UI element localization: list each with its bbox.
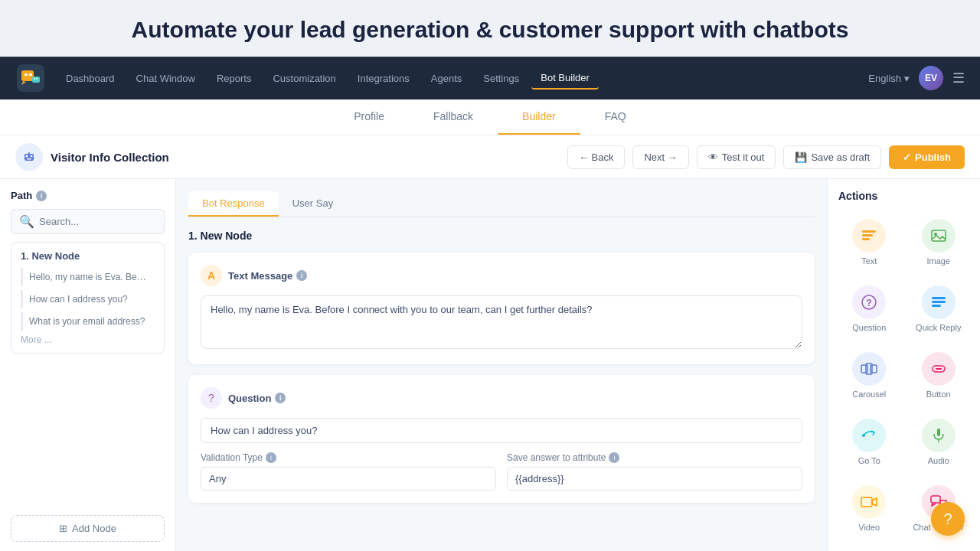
node-message-2: What is your email address? [21, 312, 155, 331]
nav-item-botbuilder[interactable]: Bot Builder [531, 67, 599, 90]
nav-item-customization[interactable]: Customization [263, 68, 345, 89]
image-action-icon [922, 219, 956, 253]
svg-rect-14 [862, 234, 873, 236]
avatar[interactable]: EV [919, 66, 943, 90]
action-quickreply[interactable]: Quick Reply [908, 279, 970, 338]
path-header: Path i [11, 190, 165, 201]
inner-tab-usersay[interactable]: User Say [279, 191, 347, 217]
nav-item-integrations[interactable]: Integrations [348, 68, 419, 89]
question-action-label: Question [852, 323, 886, 332]
action-carousel[interactable]: Carousel [838, 346, 900, 405]
svg-rect-25 [871, 365, 877, 373]
audio-action-icon [922, 419, 956, 452]
action-audio[interactable]: Audio [908, 412, 970, 471]
audio-action-label: Audio [928, 456, 949, 465]
eye-icon: 👁 [708, 152, 718, 163]
save-answer-col: Save answer to attribute i [507, 452, 802, 491]
left-panel: Path i 🔍 1. New Node Hello, my name is E… [0, 179, 176, 551]
text-message-header: A Text Message i [201, 265, 802, 286]
question-input[interactable] [201, 418, 802, 443]
language-label: English [868, 73, 901, 84]
nav-item-settings[interactable]: Settings [474, 68, 528, 89]
node-card[interactable]: 1. New Node Hello, my name is Eva. Befor… [11, 242, 165, 354]
text-message-info-icon: i [296, 270, 307, 281]
check-icon: ✓ [903, 152, 911, 163]
svg-rect-21 [932, 301, 946, 303]
question-card: ? Question i Validation Type i Any [188, 375, 815, 503]
node-message-1: How can I address you? [21, 290, 155, 308]
add-node-button[interactable]: ⊞ Add Node [11, 515, 165, 542]
svg-rect-13 [862, 230, 876, 233]
save-answer-input[interactable] [507, 467, 802, 491]
video-action-icon [852, 485, 886, 519]
chevron-down-icon: ▾ [904, 73, 910, 84]
goto-action-label: Go To [858, 456, 880, 465]
tab-profile[interactable]: Profile [329, 99, 409, 135]
validation-label: Validation Type i [201, 452, 496, 463]
node-message-0: Hello, my name is Eva. Before I c... [21, 268, 155, 286]
text-message-label: Text Message i [228, 270, 307, 282]
quickreply-action-icon [922, 285, 956, 319]
quickreply-action-label: Quick Reply [916, 323, 961, 332]
publish-button[interactable]: ✓ Publish [889, 145, 965, 169]
sub-tabs-bar: Profile Fallback Builder FAQ [0, 99, 980, 135]
nav-item-dashboard[interactable]: Dashboard [57, 68, 124, 89]
question-label: Question i [228, 393, 286, 404]
tab-builder[interactable]: Builder [498, 99, 580, 135]
node-more: More ... [21, 334, 155, 345]
hero-title: Automate your lead generation & customer… [0, 17, 980, 43]
question-card-icon: ? [201, 387, 222, 409]
save-draft-button[interactable]: 💾 Save as draft [783, 145, 881, 169]
help-fab-button[interactable]: ? [931, 502, 965, 536]
tab-fallback[interactable]: Fallback [409, 99, 498, 135]
svg-rect-11 [27, 158, 31, 160]
inner-tab-botresponse[interactable]: Bot Response [188, 191, 279, 217]
action-text[interactable]: Text [838, 213, 900, 272]
svg-point-10 [31, 155, 33, 158]
svg-rect-27 [936, 368, 942, 370]
svg-point-9 [26, 155, 28, 158]
action-video[interactable]: Video [838, 479, 900, 538]
search-input[interactable] [39, 216, 156, 227]
nav-item-chatwindow[interactable]: Chat Window [127, 68, 204, 89]
svg-rect-23 [861, 365, 867, 373]
text-action-icon [852, 219, 886, 253]
middle-panel: Bot Response User Say 1. New Node A Text… [176, 179, 827, 551]
tab-faq[interactable]: FAQ [580, 99, 651, 135]
text-card-icon: A [201, 265, 222, 286]
svg-rect-15 [862, 238, 870, 240]
svg-rect-32 [931, 496, 940, 503]
next-button[interactable]: Next → [632, 145, 688, 169]
language-selector[interactable]: English ▾ [868, 73, 910, 84]
nav-item-reports[interactable]: Reports [207, 68, 261, 89]
search-box[interactable]: 🔍 [11, 209, 165, 234]
text-message-card: A Text Message i Hello, my name is Eva. … [188, 253, 815, 364]
action-goto[interactable]: Go To [838, 412, 900, 471]
svg-rect-3 [29, 73, 32, 76]
nav-item-agents[interactable]: Agents [422, 68, 471, 89]
action-button[interactable]: Button [908, 346, 970, 405]
validation-select[interactable]: Any [201, 467, 496, 491]
svg-rect-8 [24, 154, 34, 161]
hamburger-icon[interactable]: ☰ [952, 70, 965, 86]
back-button[interactable]: ← Back [567, 145, 626, 169]
svg-rect-16 [932, 230, 946, 241]
action-image[interactable]: Image [908, 213, 970, 272]
svg-rect-4 [32, 77, 40, 83]
action-apiplugin[interactable]: API Plugin [838, 546, 900, 551]
actions-title: Actions [838, 190, 969, 202]
video-action-label: Video [858, 523, 880, 532]
question-action-icon: ? [852, 285, 886, 319]
panels-container: Path i 🔍 1. New Node Hello, my name is E… [0, 179, 980, 551]
action-question[interactable]: ? Question [838, 279, 900, 338]
bot-name: Visitor Info Collection [51, 151, 169, 164]
carousel-action-icon [852, 352, 886, 386]
toolbar-actions: ← Back Next → 👁 Test it out 💾 Save as dr… [567, 145, 965, 169]
test-button[interactable]: 👁 Test it out [697, 145, 776, 169]
validation-info-icon: i [266, 452, 276, 463]
svg-rect-22 [932, 305, 941, 307]
save-icon: 💾 [795, 152, 807, 163]
svg-rect-20 [932, 297, 946, 299]
validation-col: Validation Type i Any [201, 452, 496, 491]
text-message-textarea[interactable]: Hello, my name is Eva. Before I connect … [201, 295, 802, 349]
